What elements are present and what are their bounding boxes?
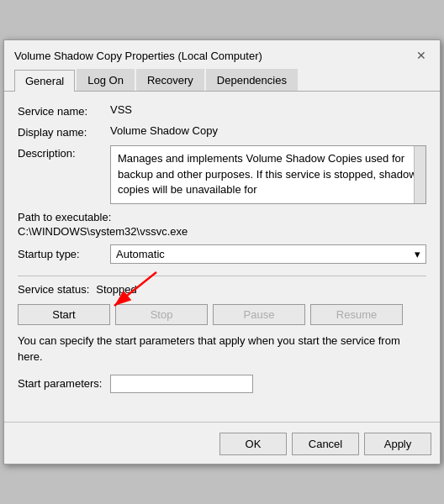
service-name-value: VSS — [110, 103, 426, 116]
svg-line-1 — [114, 272, 156, 306]
hint-text: You can specify the start parameters tha… — [18, 333, 426, 364]
dialog-buttons: OK Cancel Apply — [4, 429, 440, 464]
description-scrollbar[interactable] — [414, 146, 426, 203]
start-params-label: Start parameters: — [18, 377, 110, 390]
display-name-value: Volume Shadow Copy — [110, 124, 426, 137]
apply-button[interactable]: Apply — [364, 433, 431, 455]
bottom-divider — [4, 422, 440, 423]
ok-button[interactable]: OK — [219, 433, 287, 455]
tab-bar: General Log On Recovery Dependencies — [4, 64, 440, 92]
tab-dependencies[interactable]: Dependencies — [206, 69, 298, 91]
service-status-section: Service status: Stopped Start Stop Pause… — [18, 283, 426, 325]
window-title: Volume Shadow Copy Properties (Local Com… — [14, 50, 262, 62]
description-text: Manages and implements Volume Shadow Cop… — [118, 152, 417, 195]
chevron-down-icon: ▾ — [415, 248, 420, 260]
startup-row: Startup type: Automatic ▾ — [18, 244, 426, 264]
close-button[interactable]: ✕ — [413, 47, 430, 64]
start-params-row: Start parameters: — [18, 375, 426, 393]
path-label: Path to executable: — [18, 211, 426, 223]
service-status-label: Service status: — [18, 283, 89, 296]
display-name-row: Display name: Volume Shadow Copy — [18, 124, 426, 139]
start-params-input[interactable] — [110, 375, 253, 393]
display-name-label: Display name: — [18, 124, 110, 139]
startup-select[interactable]: Automatic ▾ — [110, 244, 426, 264]
tab-recovery[interactable]: Recovery — [136, 69, 204, 91]
path-value: C:\WINDOWS\system32\vssvc.exe — [18, 225, 426, 238]
action-buttons-row: Start Stop Pause Resume — [18, 304, 426, 325]
cancel-button[interactable]: Cancel — [292, 433, 359, 455]
properties-dialog: Volume Shadow Copy Properties (Local Com… — [3, 39, 441, 464]
title-bar: Volume Shadow Copy Properties (Local Com… — [4, 40, 440, 64]
service-name-row: Service name: VSS — [18, 103, 426, 118]
description-row: Description: Manages and implements Volu… — [18, 145, 426, 204]
description-box: Manages and implements Volume Shadow Cop… — [110, 145, 426, 204]
service-status-row: Service status: Stopped — [18, 283, 426, 296]
startup-select-value: Automatic — [116, 248, 165, 260]
tab-logon[interactable]: Log On — [77, 69, 135, 91]
divider-1 — [18, 276, 426, 276]
service-name-label: Service name: — [18, 103, 110, 118]
startup-label: Startup type: — [18, 248, 110, 260]
arrow-annotation — [89, 268, 173, 314]
path-section: Path to executable: C:\WINDOWS\system32\… — [18, 211, 426, 238]
tab-content: Service name: VSS Display name: Volume S… — [4, 92, 440, 412]
description-label: Description: — [18, 145, 110, 160]
pause-button[interactable]: Pause — [213, 304, 305, 325]
resume-button[interactable]: Resume — [310, 304, 403, 325]
tab-general[interactable]: General — [14, 70, 75, 92]
